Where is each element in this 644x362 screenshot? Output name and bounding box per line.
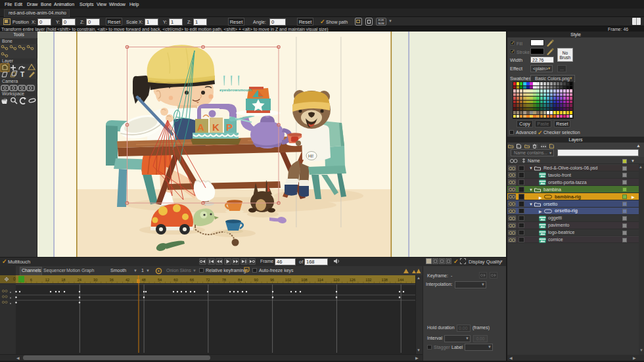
svg-text:126: 126 <box>350 278 356 282</box>
svg-text:90: 90 <box>254 278 258 282</box>
svg-text:66: 66 <box>190 278 194 282</box>
svg-text:Hi!: Hi! <box>308 154 313 158</box>
svg-text:138: 138 <box>382 278 388 282</box>
svg-text:6: 6 <box>30 278 32 282</box>
svg-text:T: T <box>20 71 24 78</box>
svg-text:12: 12 <box>45 278 49 282</box>
svg-text:18: 18 <box>61 278 65 282</box>
svg-text:60: 60 <box>173 278 177 282</box>
svg-text:48: 48 <box>141 278 145 282</box>
svg-text:78: 78 <box>222 278 226 282</box>
svg-text:30: 30 <box>93 278 97 282</box>
svg-text:114: 114 <box>317 278 323 282</box>
svg-text:eyesbrowsmouth: eyesbrowsmouth <box>219 88 252 92</box>
svg-text:72: 72 <box>206 278 210 282</box>
svg-text:84: 84 <box>238 278 242 282</box>
svg-text:24: 24 <box>78 278 81 282</box>
svg-text:A: A <box>197 122 204 133</box>
svg-text:102: 102 <box>285 278 291 282</box>
svg-text:54: 54 <box>158 278 162 282</box>
svg-text:P: P <box>226 122 233 133</box>
svg-text:120: 120 <box>333 278 339 282</box>
svg-text:42: 42 <box>126 278 129 282</box>
svg-text:96: 96 <box>270 278 274 282</box>
svg-text:132: 132 <box>365 278 371 282</box>
svg-text:108: 108 <box>301 278 307 282</box>
svg-text:36: 36 <box>110 278 114 282</box>
svg-text:K: K <box>212 122 219 133</box>
svg-text:144: 144 <box>398 278 403 282</box>
